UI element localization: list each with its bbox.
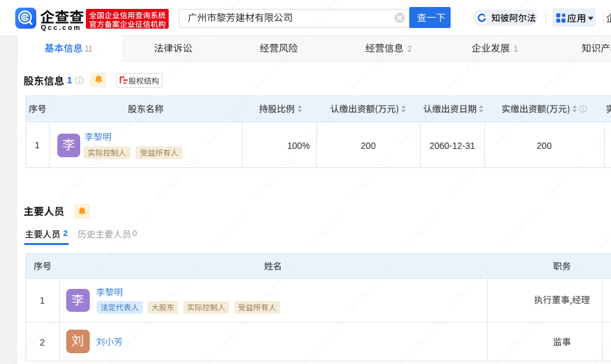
svg-text:88MBP9G: 88MBP9G (58, 152, 108, 202)
svg-text:88MBP9G: 88MBP9G (590, 316, 611, 364)
svg-text:88MBP9G: 88MBP9G (542, 152, 591, 202)
svg-text:88MBP9G: 88MBP9G (300, 207, 349, 256)
svg-text:88MBP9G: 88MBP9G (348, 152, 398, 202)
svg-text:88MBP9G: 88MBP9G (203, 316, 253, 364)
svg-text:88MBP9G: 88MBP9G (493, 316, 543, 364)
svg-text:88MBP9G: 88MBP9G (445, 152, 495, 202)
svg-text:88MBP9G: 88MBP9G (397, 316, 446, 364)
svg-text:88MBP9G: 88MBP9G (203, 207, 253, 256)
svg-text:88MBP9G: 88MBP9G (493, 207, 543, 256)
svg-text:88MBP9G: 88MBP9G (397, 207, 446, 256)
svg-text:88MBP9G: 88MBP9G (155, 152, 204, 202)
svg-text:88MBP9G: 88MBP9G (590, 207, 611, 256)
svg-text:88MBP9G: 88MBP9G (251, 152, 301, 202)
svg-text:88MBP9G: 88MBP9G (300, 316, 349, 364)
